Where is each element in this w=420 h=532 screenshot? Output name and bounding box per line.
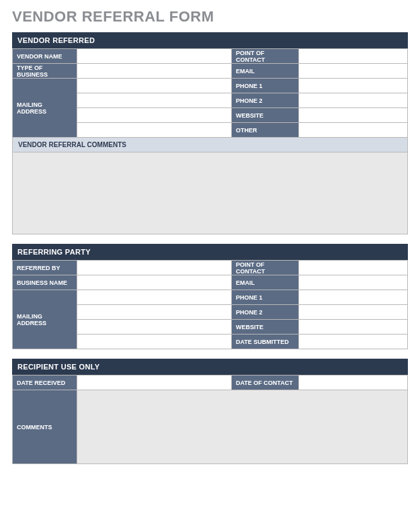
referred-by-field[interactable] bbox=[77, 261, 232, 275]
page-title: VENDOR REFERRAL FORM bbox=[12, 8, 408, 26]
date-of-contact-label: DATE OF CONTACT bbox=[232, 375, 299, 390]
rp-phone1-label: PHONE 1 bbox=[232, 290, 299, 305]
rp-phone2-label: PHONE 2 bbox=[232, 305, 299, 320]
business-name-field[interactable] bbox=[77, 275, 232, 290]
recipient-use-only-table: DATE RECEIVED DATE OF CONTACT COMMENTS bbox=[12, 375, 408, 464]
phone2-label: PHONE 2 bbox=[232, 93, 299, 108]
website-field[interactable] bbox=[299, 108, 408, 123]
point-of-contact-field[interactable] bbox=[299, 49, 408, 64]
vendor-referral-comments-field[interactable] bbox=[13, 152, 408, 234]
email-field[interactable] bbox=[299, 64, 408, 79]
rp-mailing-address-field-2[interactable] bbox=[77, 305, 232, 320]
phone1-field[interactable] bbox=[299, 79, 408, 93]
rp-mailing-address-label: MAILING ADDRESS bbox=[13, 290, 77, 349]
rp-email-field[interactable] bbox=[299, 275, 408, 290]
business-name-label: BUSINESS NAME bbox=[13, 275, 77, 290]
vendor-name-label: VENDOR NAME bbox=[13, 49, 77, 64]
rp-point-of-contact-label: POINT OF CONTACT bbox=[232, 261, 299, 275]
mailing-address-label: MAILING ADDRESS bbox=[13, 79, 77, 138]
date-submitted-label: DATE SUBMITTED bbox=[232, 335, 299, 349]
section-header-recipient-use-only: RECIPIENT USE ONLY bbox=[12, 359, 408, 375]
phone1-label: PHONE 1 bbox=[232, 79, 299, 93]
referred-by-label: REFERRED BY bbox=[13, 261, 77, 275]
vendor-name-field[interactable] bbox=[77, 49, 232, 64]
recipient-comments-label: COMMENTS bbox=[13, 390, 77, 464]
rp-point-of-contact-field[interactable] bbox=[299, 261, 408, 275]
mailing-address-field-4[interactable] bbox=[77, 123, 232, 138]
section-vendor-referred: VENDOR REFERRED VENDOR NAME POINT OF CON… bbox=[12, 32, 408, 234]
rp-email-label: EMAIL bbox=[232, 275, 299, 290]
recipient-comments-field[interactable] bbox=[77, 390, 408, 464]
date-received-field[interactable] bbox=[77, 375, 232, 390]
website-label: WEBSITE bbox=[232, 108, 299, 123]
rp-mailing-address-field-3[interactable] bbox=[77, 320, 232, 335]
date-of-contact-field[interactable] bbox=[299, 375, 408, 390]
rp-mailing-address-field-4[interactable] bbox=[77, 335, 232, 349]
rp-phone1-field[interactable] bbox=[299, 290, 408, 305]
section-header-vendor-referred: VENDOR REFERRED bbox=[12, 32, 408, 48]
email-label: EMAIL bbox=[232, 64, 299, 79]
section-header-referring-party: REFERRING PARTY bbox=[12, 244, 408, 260]
rp-mailing-address-field-1[interactable] bbox=[77, 290, 232, 305]
mailing-address-field-1[interactable] bbox=[77, 79, 232, 93]
other-field[interactable] bbox=[299, 123, 408, 138]
section-recipient-use-only: RECIPIENT USE ONLY DATE RECEIVED DATE OF… bbox=[12, 359, 408, 464]
phone2-field[interactable] bbox=[299, 93, 408, 108]
date-submitted-field[interactable] bbox=[299, 335, 408, 349]
date-received-label: DATE RECEIVED bbox=[13, 375, 77, 390]
vendor-referral-comments-header: VENDOR REFERRAL COMMENTS bbox=[13, 138, 408, 152]
mailing-address-field-3[interactable] bbox=[77, 108, 232, 123]
other-label: OTHER bbox=[232, 123, 299, 138]
type-of-business-label: TYPE OF BUSINESS bbox=[13, 64, 77, 79]
point-of-contact-label: POINT OF CONTACT bbox=[232, 49, 299, 64]
rp-phone2-field[interactable] bbox=[299, 305, 408, 320]
type-of-business-field[interactable] bbox=[77, 64, 232, 79]
vendor-referred-table: VENDOR NAME POINT OF CONTACT TYPE OF BUS… bbox=[12, 48, 408, 234]
rp-website-field[interactable] bbox=[299, 320, 408, 335]
mailing-address-field-2[interactable] bbox=[77, 93, 232, 108]
rp-website-label: WEBSITE bbox=[232, 320, 299, 335]
section-referring-party: REFERRING PARTY REFERRED BY POINT OF CON… bbox=[12, 244, 408, 349]
referring-party-table: REFERRED BY POINT OF CONTACT BUSINESS NA… bbox=[12, 260, 408, 349]
